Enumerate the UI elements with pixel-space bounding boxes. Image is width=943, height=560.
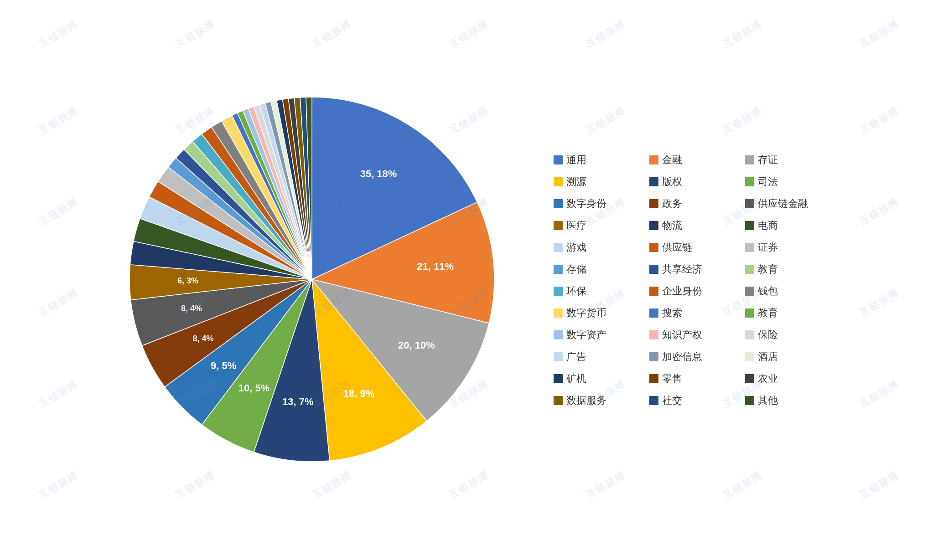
legend-item: 搜索 [649,306,741,320]
svg-text:35, 18%: 35, 18% [360,168,397,180]
legend-color-box [649,199,658,208]
legend-color-box [649,265,658,274]
legend-item: 供应链金融 [745,197,836,211]
legend-color-box [649,330,658,339]
legend-label-text: 司法 [758,175,778,189]
legend-color-box [745,199,754,208]
legend-label-text: 环保 [566,284,586,298]
legend-color-box [745,352,754,361]
legend-item: 零售 [649,372,741,385]
legend-label-text: 其他 [758,394,778,407]
legend-item: 教育 [745,306,836,320]
legend-color-box [745,177,754,186]
legend-color-box [554,221,563,230]
legend-label-text: 版权 [662,175,682,189]
svg-text:8, 4%: 8, 4% [181,304,202,313]
legend-item: 酒店 [745,350,836,364]
legend-label-text: 数字身份 [566,197,606,211]
legend-label-text: 溯源 [566,175,586,189]
legend-item: 溯源 [554,175,645,189]
legend-label-text: 供应链 [662,241,692,254]
pie-chart: 35, 18%21, 11%20, 10%18, 9%13, 7%10, 5%9… [107,74,517,486]
legend-item: 通用 [554,153,645,167]
legend-item: 游戏 [554,241,645,254]
legend-color-box [649,177,658,186]
legend-color-box [745,155,754,164]
legend-color-box [554,308,563,318]
legend-color-box [554,243,563,252]
legend-item: 数据服务 [554,394,645,407]
svg-text:13, 7%: 13, 7% [282,396,314,407]
legend-color-box [649,221,658,230]
legend-color-box [554,199,563,208]
legend-label-text: 保险 [758,328,778,342]
legend-item: 企业身份 [649,284,741,298]
legend-label-text: 金融 [662,153,682,167]
legend-label-text: 广告 [566,350,586,364]
legend-label-text: 存储 [566,262,586,276]
legend-item: 金融 [649,153,741,167]
legend-label-text: 矿机 [566,372,586,385]
legend-label-text: 酒店 [758,350,778,364]
legend-label-text: 搜索 [662,306,682,320]
legend-label-text: 农业 [758,372,778,385]
legend-color-box [745,243,754,252]
legend-item: 版权 [649,175,741,189]
legend-color-box [554,374,563,383]
legend-label-text: 社交 [662,394,682,407]
svg-text:20, 10%: 20, 10% [398,339,435,350]
legend-color-box [649,308,658,318]
svg-text:9, 5%: 9, 5% [211,360,236,371]
legend-item: 医疗 [554,219,645,232]
svg-text:8, 4%: 8, 4% [193,334,214,343]
legend-color-box [554,330,563,339]
legend-color-box [649,374,658,383]
legend-label-text: 数据服务 [566,394,606,407]
legend-label-text: 知识产权 [662,328,702,342]
legend-item: 数字身份 [554,197,645,211]
legend-item: 农业 [745,372,836,385]
legend-label-text: 通用 [566,153,586,167]
svg-text:10, 5%: 10, 5% [238,382,270,394]
legend-item: 电商 [745,219,836,232]
legend-label-text: 教育 [758,262,778,276]
legend-label-text: 政务 [662,197,682,211]
legend-color-box [554,352,563,361]
legend-color-box [554,265,563,274]
legend-item: 矿机 [554,372,645,385]
chart-container: 35, 18%21, 11%20, 10%18, 9%13, 7%10, 5%9… [0,0,943,560]
legend-label-text: 零售 [662,372,682,385]
legend-label-text: 企业身份 [662,284,702,298]
legend-item: 广告 [554,350,645,364]
legend-label-text: 加密信息 [662,350,702,364]
legend-color-box [745,374,754,383]
legend-container: 通用金融存证溯源版权司法数字身份政务供应链金融医疗物流电商游戏供应链证券存储共享… [554,153,836,407]
legend-item: 司法 [745,175,836,189]
legend-label-text: 存证 [758,153,778,167]
legend-item: 环保 [554,284,645,298]
legend-color-box [649,243,658,252]
legend-item: 数字货币 [554,306,645,320]
legend-label-text: 物流 [662,219,682,232]
legend-item: 数字资产 [554,328,645,342]
legend-label-text: 教育 [758,306,778,320]
legend-item: 共享经济 [649,262,741,276]
legend-item: 政务 [649,197,741,211]
legend-label-text: 电商 [758,219,778,232]
legend-color-box [554,177,563,186]
svg-text:6, 3%: 6, 3% [177,276,198,285]
legend-item: 证券 [745,241,836,254]
svg-text:18, 9%: 18, 9% [343,387,375,399]
legend-item: 钱包 [745,284,836,298]
legend-color-box [649,287,658,296]
legend-color-box [745,308,754,318]
legend-item: 供应链 [649,241,741,254]
legend-item: 保险 [745,328,836,342]
legend-item: 教育 [745,262,836,276]
legend-color-box [745,330,754,339]
legend-label-text: 供应链金融 [758,197,808,211]
legend-item: 存储 [554,262,645,276]
legend-color-box [745,221,754,230]
svg-text:21, 11%: 21, 11% [417,261,454,272]
legend-item: 社交 [649,394,741,407]
